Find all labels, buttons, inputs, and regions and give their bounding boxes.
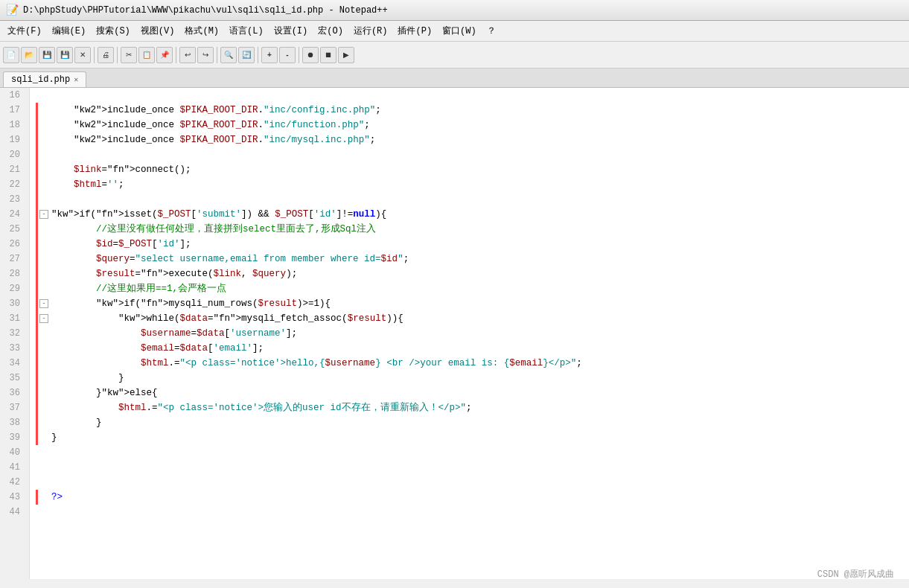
menu-help[interactable]: ？ (482, 23, 500, 39)
code-text: ?> (51, 490, 63, 505)
toolbar-zoom-in[interactable]: + (261, 47, 278, 63)
menu-run[interactable]: 运行(R) (349, 23, 392, 39)
code-text: $username=$data['username']; (51, 326, 297, 341)
code-text (48, 460, 54, 475)
code-line: $html.="<p class='notice'>hello,{$userna… (36, 356, 909, 371)
code-line (36, 88, 909, 103)
menu-plugins[interactable]: 插件(P) (393, 23, 436, 39)
menu-edit[interactable]: 编辑(E) (48, 23, 91, 39)
toolbar: 📄 📂 💾 💾 ✕ 🖨 ✂ 📋 📌 ↩ ↪ 🔍 🔄 + - ⏺ ⏹ ▶ (0, 42, 909, 68)
menu-file[interactable]: 文件(F) (3, 23, 46, 39)
toolbar-sep-4 (217, 47, 217, 63)
fold-marker[interactable]: - (39, 314, 48, 323)
toolbar-new[interactable]: 📄 (3, 47, 19, 63)
line-number: 32 (6, 326, 23, 341)
code-text: $result="fn">execute($link, $query); (51, 266, 297, 281)
line-number: 23 (6, 192, 23, 207)
toolbar-paste[interactable]: 📌 (156, 47, 173, 63)
line-number: 20 (6, 147, 23, 162)
toolbar-replace[interactable]: 🔄 (238, 47, 255, 63)
line-number: 26 (6, 237, 23, 252)
code-content[interactable]: "kw2">include_once $PIKA_ROOT_DIR."inc/c… (30, 88, 909, 579)
code-line: $username=$data['username']; (36, 326, 909, 341)
toolbar-save[interactable]: 💾 (39, 47, 55, 63)
app-icon: 📝 (6, 4, 19, 16)
code-text (48, 88, 54, 103)
fold-marker[interactable]: - (39, 299, 48, 308)
line-number: 36 (6, 386, 23, 400)
menu-window[interactable]: 窗口(W) (438, 23, 481, 39)
toolbar-macro-record[interactable]: ⏺ (302, 47, 319, 63)
toolbar-cut[interactable]: ✂ (121, 47, 137, 63)
code-line: "kw2">include_once $PIKA_ROOT_DIR."inc/m… (36, 132, 909, 147)
tab-bar: sqli_id.php ✕ (0, 68, 909, 88)
menu-format[interactable]: 格式(M) (180, 23, 223, 39)
tab-close-button[interactable]: ✕ (74, 75, 78, 84)
menu-settings[interactable]: 设置(I) (269, 23, 313, 39)
line-number: 38 (6, 415, 23, 430)
code-line: //这里如果用==1,会严格一点 (36, 281, 909, 296)
line-number: 24 (6, 207, 23, 222)
toolbar-redo[interactable]: ↪ (197, 47, 214, 63)
code-line: - "kw">if("fn">mysqli_num_rows($result)>… (36, 296, 909, 311)
code-line: //这里没有做任何处理，直接拼到select里面去了,形成Sql注入 (36, 222, 909, 237)
code-text (48, 475, 54, 490)
code-line (36, 445, 909, 460)
line-number: 37 (6, 400, 23, 415)
menu-view[interactable]: 视图(V) (136, 23, 179, 39)
code-text: $link="fn">connect(); (51, 162, 191, 177)
code-text: } (51, 430, 57, 445)
code-line: $html=''; (36, 177, 909, 192)
toolbar-sep-1 (94, 47, 95, 63)
code-text: $html.="<p class='notice'>hello,{$userna… (51, 356, 582, 371)
code-line: }"kw">else{ (36, 386, 909, 400)
fold-marker[interactable]: - (39, 210, 48, 219)
line-number: 39 (6, 430, 23, 445)
toolbar-find[interactable]: 🔍 (220, 47, 237, 63)
code-text: "kw">if("fn">isset($_POST['submit']) && … (51, 207, 386, 222)
code-line (36, 505, 909, 520)
menu-language[interactable]: 语言(L) (225, 23, 268, 39)
code-text: $id=$_POST['id']; (51, 237, 191, 252)
line-number: 41 (6, 460, 23, 475)
line-number: 16 (6, 88, 23, 103)
toolbar-undo[interactable]: ↩ (179, 47, 196, 63)
line-number: 31 (6, 311, 23, 326)
line-number: 42 (6, 475, 23, 490)
toolbar-close[interactable]: ✕ (74, 47, 91, 63)
line-number: 35 (6, 371, 23, 386)
toolbar-sep-3 (176, 47, 176, 63)
toolbar-copy[interactable]: 📋 (138, 47, 155, 63)
toolbar-macro-play[interactable]: ▶ (338, 47, 354, 63)
code-line (36, 147, 909, 162)
code-text: $html.="<p class='notice'>您输入的user id不存在… (51, 400, 472, 415)
toolbar-macro-stop[interactable]: ⏹ (320, 47, 337, 63)
toolbar-zoom-out[interactable]: - (279, 47, 296, 63)
code-line: } (36, 415, 909, 430)
line-numbers: 1617181920212223242526272829303132333435… (0, 88, 30, 579)
code-line: $link="fn">connect(); (36, 162, 909, 177)
code-text: "kw2">include_once $PIKA_ROOT_DIR."inc/m… (51, 132, 375, 147)
code-text: "kw">while($data="fn">mysqli_fetch_assoc… (51, 311, 404, 326)
code-line: ?> (36, 490, 909, 505)
line-number: 43 (6, 490, 23, 505)
code-text (48, 505, 54, 520)
toolbar-print[interactable]: 🖨 (98, 47, 114, 63)
code-text: }"kw">else{ (51, 386, 158, 400)
line-number: 21 (6, 162, 23, 177)
tab-label: sqli_id.php (11, 74, 70, 85)
line-number: 30 (6, 296, 23, 311)
line-number: 18 (6, 118, 23, 132)
toolbar-save-all[interactable]: 💾 (57, 47, 73, 63)
line-number: 27 (6, 252, 23, 266)
code-text: $html=''; (51, 177, 124, 192)
toolbar-open[interactable]: 📂 (21, 47, 37, 63)
code-line: - "kw">while($data="fn">mysqli_fetch_ass… (36, 311, 909, 326)
watermark: CSDN @愿听风成曲 (817, 568, 894, 579)
code-text: } (51, 371, 124, 386)
menu-search[interactable]: 搜索(S) (92, 23, 135, 39)
tab-sqli-id[interactable]: sqli_id.php ✕ (3, 71, 86, 87)
code-line: $id=$_POST['id']; (36, 237, 909, 252)
line-number: 22 (6, 177, 23, 192)
menu-macro[interactable]: 宏(O) (313, 23, 348, 39)
